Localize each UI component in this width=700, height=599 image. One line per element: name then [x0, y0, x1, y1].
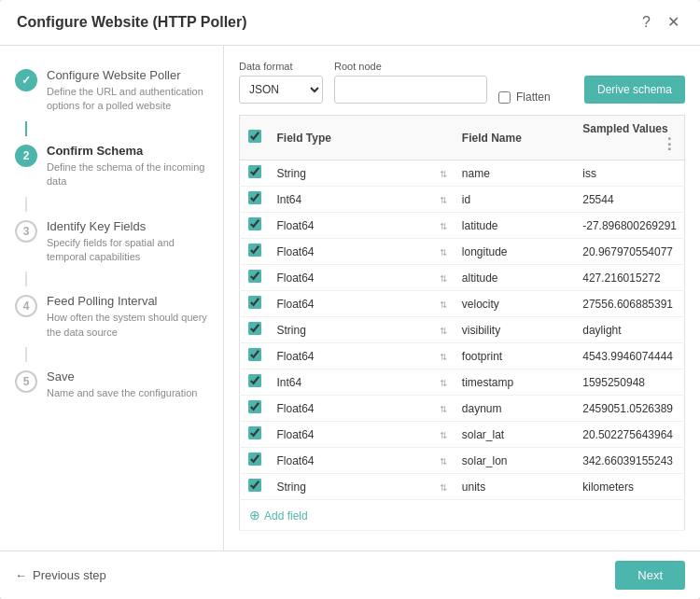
data-format-group: Data format JSON CSV XML: [239, 61, 323, 104]
step-connector-2: [25, 197, 27, 212]
step-icon-2: 2: [15, 145, 37, 167]
row-name-cell-5: velocity: [455, 291, 575, 317]
row-type-select-8[interactable]: StringInt64Float64BooleanDate: [276, 376, 446, 389]
more-options-icon[interactable]: ⋮: [662, 135, 677, 153]
row-type-select-10[interactable]: StringInt64Float64BooleanDate: [276, 428, 446, 441]
row-type-cell-8: StringInt64Float64BooleanDate: [269, 369, 454, 396]
root-node-label: Root node: [334, 61, 487, 72]
schema-table: Field Type Field Name Sampled Values ⋮ S…: [239, 115, 685, 531]
root-node-input[interactable]: [334, 76, 487, 104]
step-text-4: Feed Polling IntervalHow often the syste…: [47, 294, 208, 340]
step-label-5: Save: [47, 369, 208, 383]
row-sample-cell-1: 25544: [575, 187, 684, 213]
row-checkbox-3[interactable]: [248, 244, 261, 257]
add-field-row[interactable]: ⊕Add field: [240, 500, 685, 531]
row-type-select-2[interactable]: StringInt64Float64BooleanDate: [276, 219, 446, 232]
row-type-select-3[interactable]: StringInt64Float64BooleanDate: [276, 245, 446, 258]
row-checkbox-11[interactable]: [248, 453, 261, 466]
configure-modal: Configure Website (HTTP Poller) ? ✕ ✓Con…: [0, 0, 700, 599]
table-row: StringInt64Float64BooleanDateid25544: [240, 187, 685, 213]
row-name-cell-4: altitude: [455, 265, 575, 291]
row-checkbox-1[interactable]: [248, 191, 261, 204]
row-type-select-7[interactable]: StringInt64Float64BooleanDate: [276, 350, 446, 363]
row-checkbox-4[interactable]: [248, 270, 261, 283]
modal-title: Configure Website (HTTP Poller): [17, 14, 247, 31]
help-button[interactable]: ?: [638, 13, 654, 32]
previous-button[interactable]: ← Previous step: [15, 568, 106, 582]
step-item-1[interactable]: ✓Configure Website PollerDefine the URL …: [0, 61, 223, 121]
step-connector-4: [25, 347, 27, 362]
row-type-select-5[interactable]: StringInt64Float64BooleanDate: [276, 298, 446, 311]
step-text-1: Configure Website PollerDefine the URL a…: [47, 68, 208, 114]
main-content: Data format JSON CSV XML Root node Fla: [224, 46, 700, 550]
row-name-cell-7: footprint: [455, 343, 575, 369]
row-type-select-12[interactable]: StringInt64Float64BooleanDate: [276, 481, 446, 494]
row-checkbox-7[interactable]: [248, 348, 261, 361]
flatten-checkbox[interactable]: [498, 91, 511, 104]
row-sample-cell-3: 20.967970554077: [575, 239, 684, 265]
row-name-cell-12: units: [455, 474, 575, 500]
row-checkbox-8[interactable]: [248, 374, 261, 387]
step-item-2[interactable]: 2Confirm SchemaDefine the schema of the …: [0, 136, 223, 197]
row-check-cell-2: [240, 213, 270, 239]
row-checkbox-9[interactable]: [248, 400, 261, 413]
data-format-select[interactable]: JSON CSV XML: [239, 76, 323, 104]
modal-footer: ← Previous step Next: [0, 550, 700, 599]
select-all-checkbox[interactable]: [248, 130, 261, 143]
table-row: StringInt64Float64BooleanDatelongitude20…: [240, 239, 685, 265]
add-field-cell[interactable]: ⊕Add field: [240, 500, 685, 531]
close-button[interactable]: ✕: [664, 13, 683, 32]
row-name-cell-10: solar_lat: [455, 422, 575, 448]
row-sample-cell-8: 1595250948: [575, 369, 684, 396]
row-check-cell-7: [240, 343, 270, 369]
step-text-2: Confirm SchemaDefine the schema of the i…: [47, 144, 208, 189]
row-sample-cell-6: daylight: [575, 317, 684, 343]
row-check-cell-12: [240, 474, 270, 500]
row-checkbox-2[interactable]: [248, 217, 261, 230]
step-icon-1: ✓: [15, 69, 37, 91]
row-check-cell-0: [240, 160, 270, 187]
row-sample-cell-0: iss: [575, 160, 684, 187]
controls-row: Data format JSON CSV XML Root node Fla: [239, 61, 685, 104]
table-row: StringInt64Float64BooleanDatesolar_lat20…: [240, 422, 685, 448]
row-type-cell-0: StringInt64Float64BooleanDate: [269, 160, 454, 187]
row-type-select-1[interactable]: StringInt64Float64BooleanDate: [276, 193, 446, 206]
row-type-cell-5: StringInt64Float64BooleanDate: [269, 291, 454, 317]
row-checkbox-5[interactable]: [248, 296, 261, 309]
row-sample-cell-7: 4543.9946074444: [575, 343, 684, 369]
row-checkbox-12[interactable]: [248, 479, 261, 492]
row-check-cell-10: [240, 422, 270, 448]
row-check-cell-8: [240, 369, 270, 396]
next-button[interactable]: Next: [615, 561, 685, 590]
step-desc-5: Name and save the configuration: [47, 386, 208, 400]
prev-arrow-icon: ←: [15, 568, 27, 582]
row-name-cell-11: solar_lon: [455, 448, 575, 474]
derive-schema-button[interactable]: Derive schema: [584, 76, 685, 104]
row-name-cell-6: visibility: [455, 317, 575, 343]
row-type-select-6[interactable]: StringInt64Float64BooleanDate: [276, 324, 446, 337]
row-type-cell-9: StringInt64Float64BooleanDate: [269, 396, 454, 422]
step-desc-2: Define the schema of the incoming data: [47, 160, 208, 189]
row-type-cell-7: StringInt64Float64BooleanDate: [269, 343, 454, 369]
row-type-select-4[interactable]: StringInt64Float64BooleanDate: [276, 272, 446, 285]
row-sample-cell-10: 20.502275643964: [575, 422, 684, 448]
data-format-label: Data format: [239, 61, 323, 72]
row-type-select-11[interactable]: StringInt64Float64BooleanDate: [276, 454, 446, 467]
root-node-group: Root node: [334, 61, 487, 104]
row-checkbox-0[interactable]: [248, 165, 261, 178]
row-type-cell-11: StringInt64Float64BooleanDate: [269, 448, 454, 474]
table-row: StringInt64Float64BooleanDatesolar_lon34…: [240, 448, 685, 474]
row-sample-cell-2: -27.896800269291: [575, 213, 684, 239]
field-type-header: Field Type: [269, 116, 454, 160]
step-icon-3: 3: [15, 220, 37, 243]
flatten-label: Flatten: [516, 91, 551, 104]
row-check-cell-5: [240, 291, 270, 317]
row-type-select-9[interactable]: StringInt64Float64BooleanDate: [276, 402, 446, 415]
row-checkbox-6[interactable]: [248, 322, 261, 335]
row-type-select-0[interactable]: StringInt64Float64BooleanDate: [276, 167, 446, 180]
table-row: StringInt64Float64BooleanDatevelocity275…: [240, 291, 685, 317]
row-checkbox-10[interactable]: [248, 426, 261, 439]
table-row: StringInt64Float64BooleanDatealtitude427…: [240, 265, 685, 291]
modal-body: ✓Configure Website PollerDefine the URL …: [0, 46, 700, 550]
step-desc-3: Specify fields for spatial and temporal …: [47, 236, 208, 265]
